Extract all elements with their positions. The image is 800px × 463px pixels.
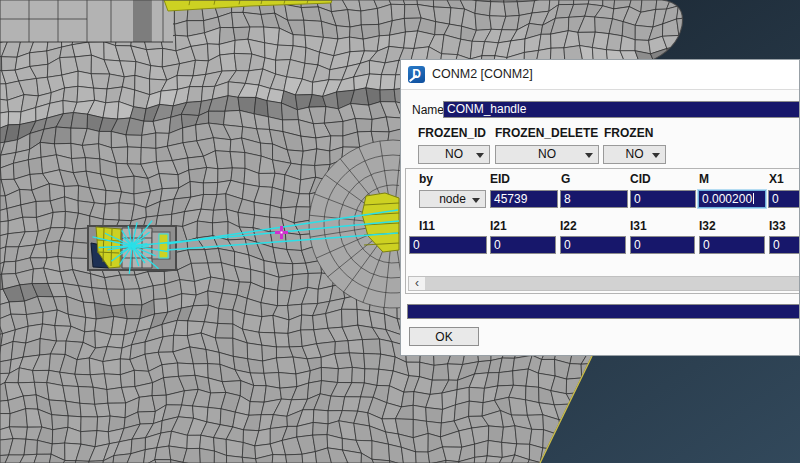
frozen-label: FROZEN	[604, 126, 653, 140]
col-header-i31: I31	[630, 219, 647, 233]
frozen-delete-value: NO	[538, 147, 556, 161]
name-input[interactable]: CONM_handle	[443, 101, 800, 118]
frozen-id-value: NO	[445, 147, 463, 161]
conm2-dialog: D CONM2 [CONM2] Name CONM_handle FROZEN_…	[400, 59, 800, 356]
i11-input[interactable]: 0	[409, 236, 487, 254]
col-header-x1: X1	[769, 172, 784, 186]
dialog-titlebar[interactable]: D CONM2 [CONM2]	[401, 60, 799, 90]
frozen-value: NO	[626, 147, 644, 161]
col-header-cid: CID	[630, 172, 651, 186]
chevron-down-icon	[472, 198, 480, 203]
conm2-fields-group: by EID G CID M X1 node 45739 8 0 0.00020…	[405, 168, 800, 294]
name-label: Name	[412, 103, 444, 117]
col-header-g: G	[561, 172, 570, 186]
m-input[interactable]: 0.000200	[698, 190, 766, 208]
ok-button[interactable]: OK	[409, 327, 479, 346]
frozen-delete-select[interactable]: NO	[495, 145, 599, 164]
card-comment-field[interactable]	[407, 304, 800, 319]
col-header-i33: I33	[769, 219, 786, 233]
g-input[interactable]: 8	[560, 190, 628, 208]
x1-input[interactable]: 0	[768, 190, 800, 208]
col-header-m: M	[699, 172, 709, 186]
eid-input[interactable]: 45739	[490, 190, 558, 208]
horizontal-scrollbar[interactable]: ‹	[408, 276, 800, 291]
frozen-id-select[interactable]: NO	[418, 145, 490, 164]
col-header-eid: EID	[490, 172, 510, 186]
i22-input[interactable]: 0	[560, 236, 626, 254]
application-window: D CONM2 [CONM2] Name CONM_handle FROZEN_…	[0, 0, 800, 463]
i21-input[interactable]: 0	[490, 236, 556, 254]
ansa-card-icon: D	[408, 66, 425, 83]
chevron-down-icon	[652, 153, 660, 158]
col-header-i21: I21	[490, 219, 507, 233]
col-header-i22: I22	[560, 219, 577, 233]
frozen-delete-label: FROZEN_DELETE	[495, 126, 598, 140]
by-select[interactable]: node	[419, 190, 486, 208]
scroll-left-icon[interactable]: ‹	[409, 277, 425, 290]
col-header-i11: I11	[419, 219, 435, 233]
col-header-i32: I32	[699, 219, 716, 233]
text-caret	[753, 193, 754, 204]
cid-input[interactable]: 0	[630, 190, 696, 208]
chevron-down-icon	[476, 153, 484, 158]
i32-input[interactable]: 0	[699, 236, 765, 254]
dialog-title: CONM2 [CONM2]	[432, 67, 533, 81]
i33-input[interactable]: 0	[769, 236, 800, 254]
col-header-by: by	[419, 172, 433, 186]
m-value: 0.000200	[702, 192, 752, 206]
i31-input[interactable]: 0	[630, 236, 695, 254]
frozen-select[interactable]: NO	[603, 145, 666, 164]
by-value: node	[439, 192, 466, 206]
frozen-id-label: FROZEN_ID	[418, 126, 486, 140]
chevron-down-icon	[585, 153, 593, 158]
